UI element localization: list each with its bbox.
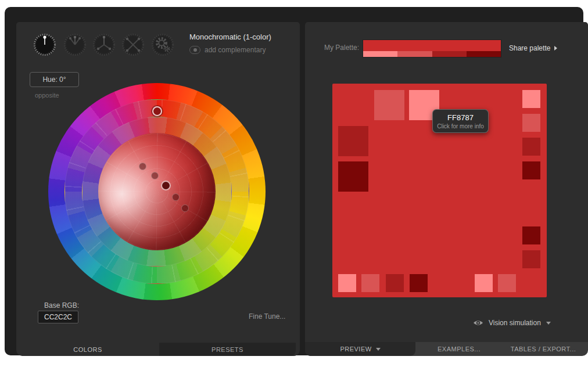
preview-swatch-dark[interactable] <box>386 274 404 292</box>
vision-simulation-dropdown[interactable]: Vision simulation <box>473 319 551 327</box>
palette-variant-medium[interactable] <box>397 51 432 57</box>
triad-dial-icon <box>92 33 116 56</box>
palette-variant-light[interactable] <box>363 51 397 57</box>
tab-preview[interactable]: PREVIEW <box>305 342 415 356</box>
base-rgb-label: Base RGB: <box>44 301 79 310</box>
variant-color-marker <box>172 193 180 201</box>
tooltip-hint: Click for more info <box>437 123 484 129</box>
palette-variants-strip <box>363 51 501 57</box>
fine-tune-link[interactable]: Fine Tune... <box>249 312 285 321</box>
scheme-title: Monochromatic (1-color) <box>189 33 271 41</box>
scheme-tetrad-button[interactable] <box>121 33 145 56</box>
base-rgb-input[interactable] <box>38 311 78 323</box>
preview-swatch-medium[interactable] <box>522 114 540 132</box>
variant-color-marker <box>151 172 159 179</box>
palette-base-color[interactable] <box>363 40 501 51</box>
add-complementary-label: add complementary <box>205 46 266 54</box>
color-tooltip[interactable]: FF8787 Click for more info <box>432 109 489 133</box>
gears-icon <box>151 33 174 56</box>
preview-swatch-medium[interactable] <box>361 274 379 292</box>
tooltip-hex-value: FF8787 <box>447 113 474 122</box>
monochromatic-dial-icon <box>33 33 56 56</box>
add-complementary-toggle[interactable]: add complementary <box>189 46 266 54</box>
radio-toggle-icon <box>189 46 200 54</box>
palette-variant-dark[interactable] <box>432 51 467 57</box>
tab-examples[interactable]: EXAMPLES... <box>415 342 503 356</box>
variant-color-marker <box>181 204 189 212</box>
my-palette-label: My Palette: <box>317 44 359 52</box>
share-palette-button[interactable]: Share palette <box>509 44 557 52</box>
preview-swatch-dark[interactable] <box>338 126 368 156</box>
paletton-app: Monochromatic (1-color) add complementar… <box>0 0 588 367</box>
tab-presets[interactable]: PRESETS <box>159 343 296 356</box>
preview-swatch-light[interactable] <box>522 90 540 108</box>
scheme-adjacent-button[interactable] <box>63 33 87 56</box>
tetrad-dial-icon <box>121 33 145 56</box>
preview-swatch-medium[interactable] <box>374 90 404 120</box>
preview-swatch-dark[interactable] <box>522 138 540 156</box>
scheme-freestyle-button[interactable] <box>151 33 174 56</box>
eye-icon <box>473 319 483 326</box>
preview-swatch-light[interactable] <box>475 274 493 292</box>
palette-variant-darkest[interactable] <box>467 51 501 57</box>
preview-swatch-darkest[interactable] <box>410 274 428 292</box>
chevron-down-icon <box>376 348 381 351</box>
variant-color-marker <box>139 163 146 170</box>
scheme-triad-button[interactable] <box>92 33 116 56</box>
my-palette-swatch[interactable] <box>363 40 501 57</box>
preview-area[interactable]: FF8787 Click for more info <box>332 84 547 297</box>
share-palette-label: Share palette <box>509 44 550 52</box>
hue-marker[interactable] <box>152 106 162 116</box>
scheme-monochromatic-button[interactable] <box>33 33 56 56</box>
tab-colors[interactable]: COLORS <box>16 343 159 356</box>
base-color-marker[interactable] <box>161 181 171 190</box>
preview-swatch-medium[interactable] <box>498 274 516 292</box>
preview-swatch-darkest[interactable] <box>522 161 540 179</box>
preview-swatch-dark[interactable] <box>522 250 540 268</box>
adjacent-dial-icon <box>63 33 87 56</box>
vision-simulation-label: Vision simulation <box>489 319 541 327</box>
preview-swatch-light[interactable] <box>338 274 356 292</box>
saturation-brightness-field[interactable] <box>98 133 216 250</box>
preview-swatch-darkest[interactable] <box>522 226 540 244</box>
color-wheel[interactable] <box>48 83 266 300</box>
preview-swatch-darkest[interactable] <box>338 161 368 192</box>
chevron-right-icon <box>554 46 557 51</box>
tab-tables-export[interactable]: TABLES / EXPORT... <box>503 342 584 356</box>
app-window: Monochromatic (1-color) add complementar… <box>5 7 583 355</box>
chevron-down-icon <box>546 322 551 325</box>
tab-preview-label: PREVIEW <box>340 346 371 352</box>
